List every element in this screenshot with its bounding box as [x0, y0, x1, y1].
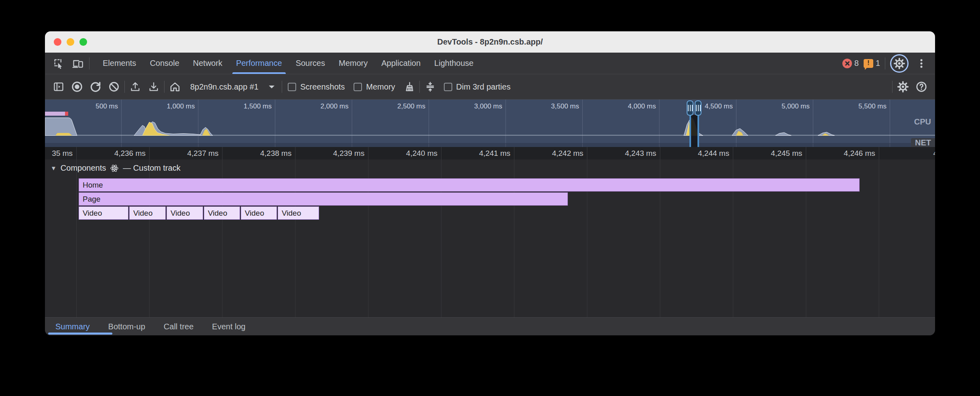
checkbox-box	[354, 83, 362, 91]
record-and-reload-icon[interactable]	[87, 79, 104, 95]
divider	[124, 81, 125, 93]
overview-tick: 500 ms	[45, 100, 121, 112]
detail-time-ruler[interactable]: 35 ms 4,236 ms 4,237 ms 4,238 ms 4,239 m…	[45, 147, 935, 159]
ruler-tick: 4,24	[879, 147, 935, 159]
home-icon[interactable]	[167, 79, 183, 95]
ruler-tick: 4,242 ms	[514, 147, 587, 159]
memory-checkbox[interactable]: Memory	[350, 82, 398, 92]
tab-lighthouse[interactable]: Lighthouse	[427, 53, 480, 74]
flame-bar-label: Video	[133, 209, 152, 217]
error-badge[interactable]: 8	[842, 59, 859, 68]
details-tab-bar: Summary Bottom-up Call tree Event log	[45, 317, 935, 335]
target-select[interactable]: 8p2n9n.csb.app #1	[185, 82, 279, 92]
overview-tick: 1,500 ms	[198, 100, 275, 112]
flame-bar-video[interactable]: Video	[79, 206, 128, 220]
kebab-menu-icon[interactable]	[913, 55, 929, 71]
screenshots-label: Screenshots	[300, 82, 345, 92]
react-atom-icon	[110, 164, 119, 173]
overview-tick: 6,0	[890, 100, 935, 112]
inspect-element-icon[interactable]	[51, 55, 67, 71]
ruler-tick: 4,237 ms	[149, 147, 222, 159]
tab-elements[interactable]: Elements	[96, 53, 143, 74]
net-lane-label: NET	[911, 138, 935, 147]
tab-performance[interactable]: Performance	[229, 53, 289, 74]
window-title: DevTools - 8p2n9n.csb.app/	[45, 37, 935, 47]
tab-sources[interactable]: Sources	[289, 53, 332, 74]
target-select-value: 8p2n9n.csb.app #1	[190, 82, 258, 92]
tab-application[interactable]: Application	[374, 53, 427, 74]
cpu-lane-label: CPU	[914, 117, 931, 127]
selection-left-handle[interactable]	[687, 100, 693, 116]
flame-bar-video[interactable]: Video	[167, 206, 203, 220]
flame-bar-video[interactable]: Video	[278, 206, 319, 220]
load-profile-icon[interactable]	[127, 79, 143, 95]
screenshots-checkbox[interactable]: Screenshots	[285, 82, 348, 92]
overview-tick: 2,500 ms	[352, 100, 429, 112]
overview-tick: 3,500 ms	[506, 100, 583, 112]
timeline-overview[interactable]: 500 ms 1,000 ms 1,500 ms 2,000 ms 2,500 …	[45, 100, 935, 147]
flame-bar-label: Home	[83, 181, 103, 189]
zoom-window-button[interactable]	[79, 38, 87, 46]
selection-right-handle[interactable]	[695, 100, 701, 116]
toggle-sidebar-icon[interactable]	[51, 79, 67, 95]
warning-badge[interactable]: 1	[864, 59, 880, 68]
ruler-tick: 4,236 ms	[76, 147, 149, 159]
flame-chart-area[interactable]: ▼ Components — Custom track Home Page Vi…	[45, 159, 935, 317]
divider	[282, 81, 282, 93]
flame-bar-label: Video	[83, 209, 102, 217]
settings-button-focus-ring	[890, 54, 909, 73]
chevron-down-icon	[269, 86, 274, 91]
flame-bar-label: Video	[208, 209, 227, 217]
track-title: Components	[61, 163, 106, 173]
flame-bar-video[interactable]: Video	[129, 206, 166, 220]
warning-icon	[864, 59, 873, 68]
tab-network[interactable]: Network	[186, 53, 229, 74]
flame-bar-video[interactable]: Video	[241, 206, 277, 220]
collect-garbage-icon[interactable]	[401, 79, 417, 95]
settings-gear-icon[interactable]	[891, 55, 907, 71]
help-icon[interactable]	[913, 79, 929, 95]
dim-third-parties-checkbox[interactable]: Dim 3rd parties	[441, 82, 514, 92]
device-toolbar-icon[interactable]	[70, 55, 86, 71]
selection-left-edge[interactable]	[689, 115, 691, 147]
save-profile-icon[interactable]	[146, 79, 162, 95]
overview-tick: 2,000 ms	[275, 100, 352, 112]
chevron-expanded-icon[interactable]: ▼	[51, 165, 57, 171]
divider	[419, 81, 420, 93]
divider	[164, 81, 165, 93]
record-icon[interactable]	[69, 79, 85, 95]
divider	[885, 57, 885, 69]
selection-right-edge[interactable]	[697, 115, 699, 147]
flame-bar-label: Page	[83, 195, 100, 203]
overview-time-ruler: 500 ms 1,000 ms 1,500 ms 2,000 ms 2,500 …	[45, 100, 935, 112]
traffic-lights	[54, 31, 87, 53]
devtools-window: DevTools - 8p2n9n.csb.app/ Eleme	[45, 31, 935, 335]
flame-bar-home[interactable]: Home	[79, 178, 860, 192]
tab-summary[interactable]: Summary	[55, 322, 90, 331]
capture-settings-gear-icon[interactable]	[895, 79, 911, 95]
flame-bar-video[interactable]: Video	[204, 206, 240, 220]
flame-bar-label: Video	[282, 209, 301, 217]
divider	[892, 81, 893, 93]
tab-console[interactable]: Console	[143, 53, 186, 74]
tab-call-tree[interactable]: Call tree	[164, 322, 193, 331]
dim-third-parties-label: Dim 3rd parties	[456, 82, 511, 92]
tab-bottom-up[interactable]: Bottom-up	[108, 322, 145, 331]
error-count: 8	[854, 59, 859, 68]
compress-icon[interactable]	[422, 79, 438, 95]
track-title-suffix: — Custom track	[123, 163, 180, 173]
close-window-button[interactable]	[54, 38, 61, 46]
flame-bar-label: Video	[245, 209, 264, 217]
panel-tabs: Elements Console Network Performance Sou…	[96, 53, 480, 74]
flame-bar-label: Video	[171, 209, 190, 217]
tab-event-log[interactable]: Event log	[212, 322, 245, 331]
clear-icon[interactable]	[106, 79, 122, 95]
checkbox-box	[288, 83, 296, 91]
flame-bar-page[interactable]: Page	[79, 192, 568, 206]
warning-count: 1	[876, 59, 880, 68]
tab-bar-left-icons	[45, 55, 94, 71]
tab-memory[interactable]: Memory	[332, 53, 374, 74]
components-track-header[interactable]: ▼ Components — Custom track	[51, 163, 181, 173]
minimize-window-button[interactable]	[67, 38, 74, 46]
checkbox-box	[444, 83, 452, 91]
